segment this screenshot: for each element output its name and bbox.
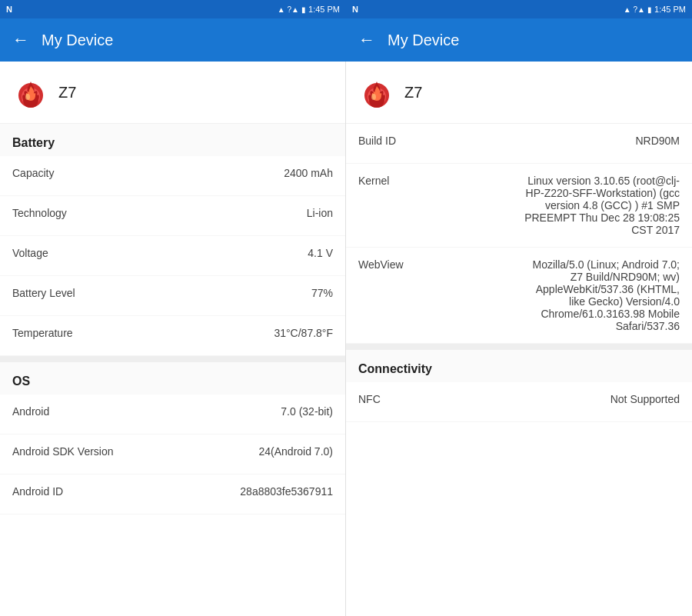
app-bar-title-left: My Device [42,32,113,49]
connectivity-section-header: Connectivity [346,350,692,382]
voltage-row: Voltage 4.1 V [0,236,345,276]
back-button-right[interactable]: ← [358,30,375,50]
sdk-row: Android SDK Version 24(Android 7.0) [0,435,345,474]
battery-section-header: Battery [0,124,345,156]
app-bar-right: ← My Device [346,18,692,62]
right-panel: Z7 Build ID NRD90M Kernel Linux version … [346,62,692,616]
battery-icon-right: ▮ [647,5,652,14]
battery-icon-left: ▮ [301,5,306,14]
sdk-label: Android SDK Version [12,445,173,458]
temperature-value: 31°C/87.8°F [173,327,334,339]
sdk-value: 24(Android 7.0) [173,445,334,458]
battery-level-label: Battery Level [12,287,173,299]
android-value: 7.0 (32-bit) [173,405,334,418]
section-divider-right [346,344,692,350]
flame-icon-right [358,74,395,111]
kernel-value: Linux version 3.10.65 (root@clj-HP-Z220-… [519,175,680,236]
android-id-row: Android ID 28a8803fe5367911 [0,474,345,514]
app-bar-title-right: My Device [388,32,459,49]
nfc-row: NFC Not Supported [346,382,692,422]
capacity-label: Capacity [12,167,173,179]
webview-row: WebView Mozilla/5.0 (Linux; Android 7.0;… [346,248,692,344]
app-bar-left: ← My Device [0,18,346,62]
left-device-header: Z7 [0,62,345,124]
battery-level-row: Battery Level 77% [0,276,345,316]
status-bar-left: N ▲ ?▲ ▮ 1:45 PM [0,0,346,18]
build-id-row: Build ID NRD90M [346,124,692,164]
wifi-icon-left: ▲ [278,5,285,14]
build-id-value: NRD90M [519,135,680,147]
section-divider-left [0,356,345,362]
back-button-left[interactable]: ← [12,30,29,50]
time-right: 1:45 PM [654,5,686,14]
time-left: 1:45 PM [308,5,340,14]
os-section-header: OS [0,362,345,395]
kernel-row: Kernel Linux version 3.10.65 (root@clj-H… [346,164,692,248]
left-device-name: Z7 [58,84,76,102]
nfc-label: NFC [358,393,519,405]
technology-value: Li-ion [173,207,334,219]
svg-point-5 [371,94,376,100]
webview-label: WebView [358,258,519,271]
svg-point-2 [25,94,30,100]
webview-value: Mozilla/5.0 (Linux; Android 7.0; Z7 Buil… [519,258,680,332]
technology-row: Technology Li-ion [0,196,345,236]
flame-icon-left [12,74,49,111]
battery-level-value: 77% [173,287,334,299]
right-device-header: Z7 [346,62,692,124]
capacity-row: Capacity 2400 mAh [0,156,345,196]
technology-label: Technology [12,207,173,219]
temperature-row: Temperature 31°C/87.8°F [0,316,345,356]
voltage-label: Voltage [12,247,173,259]
voltage-value: 4.1 V [173,247,334,259]
signal-icon-right: ?▲ [634,5,645,14]
capacity-value: 2400 mAh [173,167,334,179]
android-row: Android 7.0 (32-bit) [0,395,345,435]
build-id-label: Build ID [358,135,519,147]
notification-icon-right: N [352,5,358,14]
notification-icon-left: N [6,5,12,14]
status-bar-right: N ▲ ?▲ ▮ 1:45 PM [346,0,692,18]
android-id-value: 28a8803fe5367911 [173,485,334,498]
right-device-name: Z7 [404,84,422,102]
temperature-label: Temperature [12,327,173,339]
signal-icon-left: ?▲ [288,5,299,14]
android-label: Android [12,405,173,418]
nfc-value: Not Supported [519,393,680,405]
android-id-label: Android ID [12,485,173,498]
wifi-icon-right: ▲ [624,5,631,14]
left-panel: Z7 Battery Capacity 2400 mAh Technology … [0,62,346,616]
kernel-label: Kernel [358,175,519,187]
